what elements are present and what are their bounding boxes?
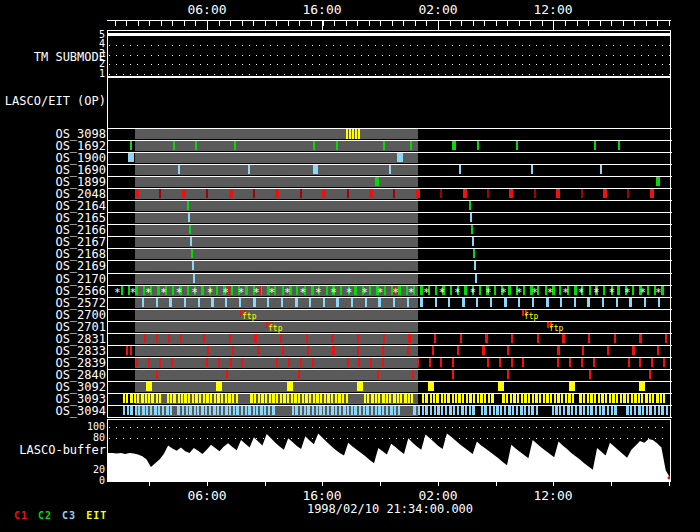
- event-tick: [474, 261, 476, 270]
- event-tick: [618, 141, 620, 150]
- event-tick: [382, 346, 384, 355]
- event-tick: [324, 394, 326, 403]
- event-tick: [465, 406, 467, 415]
- event-tick: [304, 406, 306, 415]
- event-tick: [601, 394, 604, 403]
- event-tick: [555, 406, 558, 415]
- event-tick: [232, 394, 234, 403]
- event-tick: [384, 286, 386, 295]
- tm-gridline-dotted: [109, 74, 671, 75]
- event-tick: [378, 406, 381, 415]
- event-tick: [434, 406, 436, 415]
- event-tick: [650, 189, 654, 198]
- event-tick: [639, 334, 642, 343]
- event-tick: [520, 406, 523, 415]
- event-tick: [178, 394, 180, 403]
- event-tick: [382, 358, 384, 367]
- event-tick: [170, 406, 172, 415]
- event-tick: [569, 382, 575, 391]
- event-tick: [441, 394, 443, 403]
- event-tick: [546, 394, 549, 403]
- event-tick: [190, 237, 192, 246]
- event-tick: [417, 358, 419, 367]
- star-marker: *: [609, 288, 616, 298]
- event-tick: [192, 394, 194, 403]
- event-tick: [201, 406, 204, 415]
- event-tick: [177, 406, 180, 415]
- event-tick: [338, 394, 341, 403]
- event-tick: [156, 394, 158, 403]
- event-tick: [590, 394, 593, 403]
- event-tick: [510, 394, 512, 403]
- event-tick: [422, 394, 424, 403]
- axis-minor-tick: [311, 21, 312, 26]
- event-tick: [256, 406, 258, 415]
- event-tick: [218, 358, 220, 367]
- event-tick: [516, 406, 518, 415]
- axis-minor-tick: [519, 21, 520, 26]
- event-tick: [225, 394, 227, 403]
- axis-minor-tick: [542, 21, 543, 26]
- event-tick: [656, 394, 659, 403]
- event-tick: [484, 406, 487, 415]
- event-tick: [313, 141, 315, 150]
- event-tick: [516, 141, 518, 150]
- event-tick: [609, 394, 611, 403]
- event-tick: [665, 334, 667, 343]
- event-tick: [312, 406, 314, 415]
- event-tick: [171, 358, 173, 367]
- axis-major-tick: [438, 21, 439, 30]
- event-tick: [574, 298, 576, 307]
- event-tick: [369, 286, 371, 295]
- bottom-axis-time-label: 06:00: [177, 489, 237, 502]
- highlight-band: [135, 153, 418, 163]
- event-tick: [211, 298, 214, 307]
- event-tick: [300, 406, 302, 415]
- event-tick: [408, 334, 411, 343]
- event-tick: [435, 298, 437, 307]
- event-tick: [371, 394, 374, 403]
- event-tick: [253, 298, 256, 307]
- event-tick: [135, 406, 137, 415]
- event-tick: [363, 406, 365, 415]
- event-tick: [156, 334, 158, 343]
- event-tick: [607, 346, 609, 355]
- event-tick: [195, 141, 197, 150]
- event-tick: [581, 358, 583, 367]
- event-tick: [127, 406, 129, 415]
- event-tick: [300, 358, 302, 367]
- event-tick: [397, 394, 399, 403]
- event-tick: [343, 406, 346, 415]
- bottom-axis-tick: [669, 482, 670, 486]
- event-tick: [309, 394, 311, 403]
- axis-minor-tick: [126, 21, 127, 26]
- event-tick: [382, 406, 384, 415]
- event-tick: [522, 358, 524, 367]
- event-tick: [327, 394, 330, 403]
- event-tick: [364, 394, 366, 403]
- event-tick: [466, 394, 468, 403]
- tm-gridline-dotted: [109, 64, 671, 65]
- star-marker: *: [299, 288, 306, 298]
- event-tick: [649, 370, 651, 379]
- event-tick: [502, 394, 505, 403]
- event-tick: [546, 298, 549, 307]
- event-tick: [528, 406, 530, 415]
- event-tick: [440, 189, 442, 198]
- event-tick: [416, 189, 420, 198]
- event-tick: [306, 334, 308, 343]
- event-tick: [169, 298, 172, 307]
- star-marker: *: [377, 288, 384, 298]
- event-tick: [136, 358, 138, 367]
- star-marker: *: [361, 288, 368, 298]
- buffer-scale-label: 80: [0, 433, 105, 443]
- event-tick: [509, 189, 513, 198]
- axis-minor-tick: [299, 21, 300, 26]
- event-tick: [189, 225, 191, 234]
- event-tick: [507, 370, 509, 379]
- event-tick: [472, 237, 474, 246]
- event-tick: [429, 358, 431, 367]
- row-label: OS_2566: [0, 286, 106, 297]
- star-marker: *: [284, 288, 291, 298]
- event-tick: [521, 394, 523, 403]
